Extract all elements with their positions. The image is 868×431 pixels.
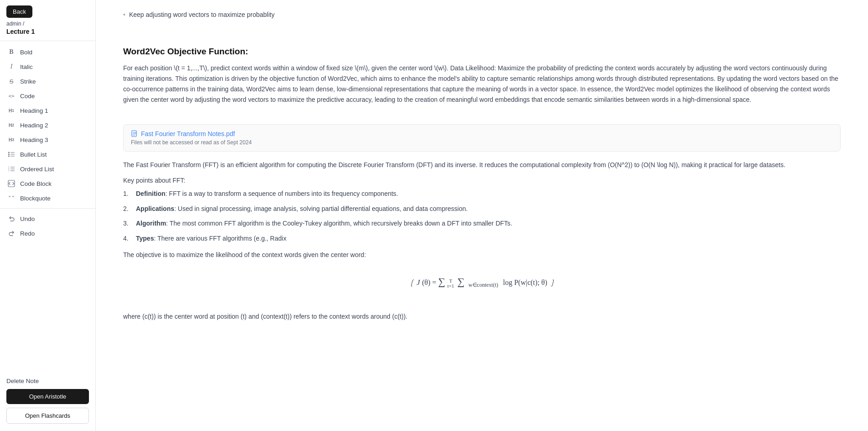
svg-rect-9 xyxy=(10,169,15,169)
heading2-label: Heading 2 xyxy=(20,122,48,129)
file-attachment-box: Fast Fourier Transform Notes.pdf Files w… xyxy=(123,124,841,152)
sidebar-tools: B Bold I Italic S Strike <> Code H1 Head… xyxy=(0,41,95,372)
toolbar-ordered-list[interactable]: 1.2.3. Ordered List xyxy=(0,162,95,176)
file-icon xyxy=(131,130,138,137)
list-item: 2. Applications: Used in signal processi… xyxy=(123,204,841,214)
main-content: Keep adjusting word vectors to maximize … xyxy=(96,0,868,431)
redo-label: Redo xyxy=(20,230,35,237)
toolbar-bullet-list[interactable]: Bullet List xyxy=(0,147,95,162)
where-text: where (c(t)) is the center word at posit… xyxy=(123,311,841,322)
bullet-text: Keep adjusting word vectors to maximize … xyxy=(129,11,275,18)
open-aristotle-button[interactable]: Open Aristotle xyxy=(6,389,89,404)
toolbar-heading3[interactable]: H3 Heading 3 xyxy=(0,132,95,147)
heading1-icon: H1 xyxy=(7,106,16,115)
undo-label: Undo xyxy=(20,216,35,222)
heading1-label: Heading 1 xyxy=(20,107,48,114)
italic-icon: I xyxy=(7,63,16,71)
toolbar-code-block[interactable]: Code Block xyxy=(0,176,95,191)
svg-rect-5 xyxy=(10,156,15,157)
strike-icon: S xyxy=(7,77,16,85)
toolbar-code[interactable]: <> Code xyxy=(0,89,95,103)
list-item: 3. Algorithm: The most common FFT algori… xyxy=(123,218,841,228)
key-points-list: 1. Definition: FFT is a way to transform… xyxy=(123,189,841,243)
word2vec-intro-text: For each position \(t = 1,...,T\), predi… xyxy=(123,63,841,105)
svg-point-2 xyxy=(8,154,10,155)
svg-rect-7 xyxy=(10,167,15,168)
objective-text: The objective is to maximize the likelih… xyxy=(123,250,841,260)
blockquote-icon: " " xyxy=(7,194,16,202)
open-flashcards-button[interactable]: Open Flashcards xyxy=(6,408,89,424)
bullet-point-1: Keep adjusting word vectors to maximize … xyxy=(123,11,841,18)
redo-icon xyxy=(7,229,16,237)
file-link[interactable]: Fast Fourier Transform Notes.pdf xyxy=(131,130,833,137)
blockquote-label: Blockquote xyxy=(20,195,51,202)
toolbar-italic[interactable]: I Italic xyxy=(0,59,95,74)
toolbar-redo[interactable]: Redo xyxy=(0,226,95,241)
code-icon: <> xyxy=(7,92,16,100)
italic-label: Italic xyxy=(20,63,33,70)
toolbar-heading2[interactable]: H2 Heading 2 xyxy=(0,118,95,132)
list-item: 4. Types: There are various FFT algorith… xyxy=(123,233,841,243)
svg-point-0 xyxy=(8,152,10,153)
page-title: Lecture 1 xyxy=(6,28,89,35)
heading2-icon: H2 xyxy=(7,121,16,129)
strike-label: Strike xyxy=(20,78,36,85)
svg-text:3.: 3. xyxy=(8,169,10,172)
delete-note-button[interactable]: Delete Note xyxy=(6,377,89,385)
math-formula-block: ❲ J (θ) = ∑ T t=1 ∑ w∈context(t) log P(w… xyxy=(123,271,841,293)
heading3-icon: H3 xyxy=(7,136,16,144)
svg-rect-1 xyxy=(10,152,15,153)
toolbar-strike[interactable]: S Strike xyxy=(0,74,95,89)
file-note: Files will not be accessed or read as of… xyxy=(131,139,833,146)
sidebar-header: Back admin / Lecture 1 xyxy=(0,0,95,41)
bullet-list-label: Bullet List xyxy=(20,151,47,158)
back-button[interactable]: Back xyxy=(6,5,32,18)
toolbar-heading1[interactable]: H1 Heading 1 xyxy=(0,103,95,118)
sidebar-bottom: Delete Note Open Aristotle Open Flashcar… xyxy=(0,372,95,431)
breadcrumb: admin / xyxy=(6,21,89,27)
bullet-list-icon xyxy=(7,150,16,158)
sidebar: Back admin / Lecture 1 B Bold I Italic S… xyxy=(0,0,96,431)
toolbar-bold[interactable]: B Bold xyxy=(0,45,95,59)
code-label: Code xyxy=(20,93,35,100)
toolbar-undo[interactable]: Undo xyxy=(0,211,95,226)
section-heading-word2vec: Word2Vec Objective Function: xyxy=(123,47,841,57)
divider-1 xyxy=(0,208,95,209)
ordered-list-icon: 1.2.3. xyxy=(7,165,16,173)
undo-icon xyxy=(7,215,16,223)
svg-point-4 xyxy=(8,156,10,157)
list-item: 1. Definition: FFT is a way to transform… xyxy=(123,189,841,199)
code-block-icon xyxy=(7,179,16,188)
ordered-list-label: Ordered List xyxy=(20,166,54,173)
bold-label: Bold xyxy=(20,49,32,56)
key-points-label: Key points about FFT: xyxy=(123,177,841,184)
heading3-label: Heading 3 xyxy=(20,137,48,143)
bold-icon: B xyxy=(7,48,16,56)
toolbar-blockquote[interactable]: " " Blockquote xyxy=(0,191,95,205)
code-block-label: Code Block xyxy=(20,180,52,187)
svg-rect-11 xyxy=(10,171,15,171)
svg-rect-3 xyxy=(10,154,15,155)
fft-intro-text: The Fast Fourier Transform (FFT) is an e… xyxy=(123,160,841,170)
